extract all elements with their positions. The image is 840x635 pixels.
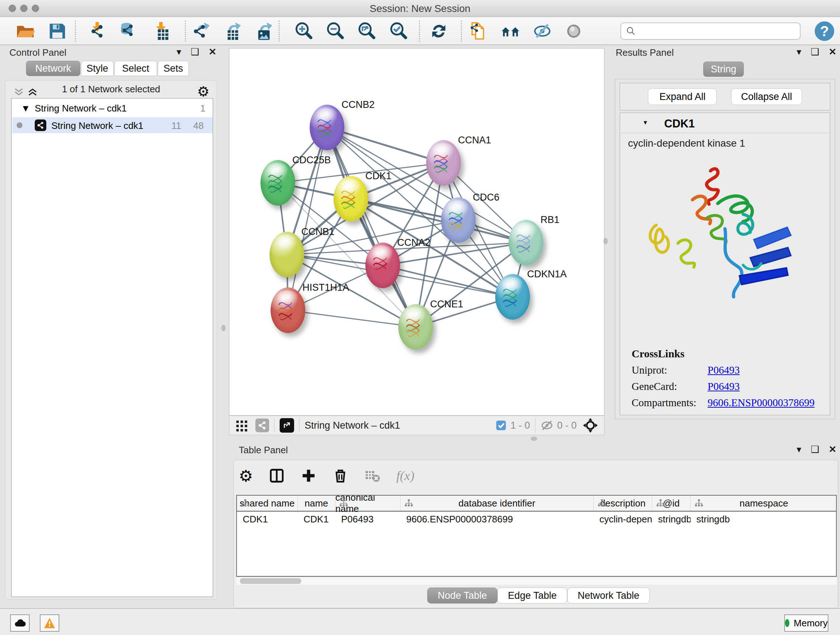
node-entry-header[interactable]: ▼ CDK1 <box>621 116 829 133</box>
node-cdc6[interactable] <box>441 197 476 243</box>
search-input[interactable] <box>636 24 800 38</box>
right-splitter-handle[interactable] <box>603 238 608 244</box>
refresh-view-button[interactable] <box>427 19 450 43</box>
panel-float-icon[interactable]: ❑ <box>191 46 199 57</box>
node-hist1h1a[interactable] <box>271 287 305 333</box>
warnings-button[interactable] <box>40 614 59 632</box>
node-ccnb1[interactable] <box>270 232 304 277</box>
panel-collapse-icon[interactable]: ▾ <box>797 46 801 57</box>
tab-style[interactable]: Style <box>81 61 114 76</box>
import-network-button[interactable] <box>86 19 109 43</box>
create-column-plus-icon[interactable] <box>301 468 317 484</box>
export-table-button[interactable] <box>219 19 243 43</box>
bottom-splitter-handle[interactable] <box>531 437 537 441</box>
table-cell[interactable]: 9606.ENSP00000378699 <box>401 511 594 527</box>
table-cell[interactable]: CDK1 <box>237 511 298 527</box>
table-options-gear-icon[interactable]: ⚙ <box>239 467 253 485</box>
tab-select[interactable]: Select <box>114 61 157 76</box>
network-collection-row[interactable]: ▼ String Network – cdk1 1 <box>11 101 213 117</box>
panel-close-icon[interactable]: ✕ <box>829 46 836 57</box>
save-session-button[interactable] <box>46 19 69 43</box>
fit-selected-crosshair-icon[interactable] <box>583 417 598 433</box>
crosslink-link[interactable]: P06493 <box>707 364 740 376</box>
apply-layout-button[interactable] <box>499 19 522 43</box>
collection-expand-icon[interactable]: ▼ <box>21 103 30 114</box>
selected-checkbox-icon[interactable] <box>495 420 507 431</box>
column-header-canonical-name[interactable]: canonical name <box>335 496 401 511</box>
export-network-button[interactable] <box>188 19 212 43</box>
string-style-icon[interactable] <box>256 418 269 432</box>
node-ccna2[interactable] <box>365 242 400 288</box>
column-header--id[interactable]: @id <box>652 496 691 511</box>
tab-network-table[interactable]: Network Table <box>567 587 650 603</box>
hidden-eye-icon[interactable] <box>540 419 554 432</box>
crosslink-link[interactable]: P06493 <box>707 380 740 393</box>
column-header-name[interactable]: name <box>298 496 335 511</box>
help-button[interactable]: ? <box>815 21 834 41</box>
panel-float-icon[interactable]: ❑ <box>811 444 819 455</box>
column-header-database-identifier[interactable]: database identifier <box>401 496 594 511</box>
zoom-selected-button[interactable] <box>387 19 410 43</box>
import-table-button[interactable] <box>150 19 173 43</box>
show-columns-icon[interactable] <box>269 468 285 484</box>
open-session-button[interactable] <box>14 19 37 43</box>
panel-float-icon[interactable]: ❑ <box>811 46 819 57</box>
panel-collapse-icon[interactable]: ▾ <box>177 46 181 57</box>
table-horizontal-scrollbar[interactable] <box>236 577 837 585</box>
tab-edge-table[interactable]: Edge Table <box>497 587 567 603</box>
cloud-status-button[interactable] <box>10 614 30 632</box>
node-rb1[interactable] <box>508 220 543 265</box>
network-canvas[interactable]: CCNB2CCNA1CDC25BCDK1CDC6RB1CCNB1CCNA2CDK… <box>229 48 605 416</box>
string-results-panel: Expand All Collapse All ▼ CDK1 cyclin-de… <box>615 79 835 419</box>
tab-sets[interactable]: Sets <box>158 61 189 76</box>
node-ccna1[interactable] <box>426 140 461 186</box>
panel-collapse-icon[interactable]: ▾ <box>797 444 801 455</box>
entry-collapse-icon[interactable]: ▼ <box>643 119 648 126</box>
crosslink-label: GeneCard: <box>632 380 707 393</box>
tab-network[interactable]: Network <box>26 61 80 76</box>
left-splitter-handle[interactable] <box>221 325 226 331</box>
zoom-in-button[interactable] <box>292 19 316 43</box>
delete-table-icon[interactable] <box>364 468 380 484</box>
table-cell[interactable]: CDK1 <box>298 511 335 527</box>
shared-column-icon <box>656 499 665 508</box>
panel-close-icon[interactable]: ✕ <box>829 444 836 455</box>
column-header-shared-name[interactable]: shared name <box>237 496 298 511</box>
node-cdkn1a[interactable] <box>495 274 530 320</box>
open-in-browser-icon[interactable] <box>279 418 294 432</box>
scrollbar-thumb[interactable] <box>240 578 302 584</box>
panel-close-icon[interactable]: ✕ <box>208 46 216 57</box>
node-cdk1[interactable] <box>333 176 368 222</box>
network-row-selected[interactable]: String Network – cdk1 11 48 <box>12 117 213 133</box>
table-cell[interactable]: stringdb <box>691 511 837 527</box>
show-all-button[interactable] <box>562 19 585 43</box>
column-header-namespace[interactable]: namespace <box>691 496 837 511</box>
crosslink-link[interactable]: 9606.ENSP00000378699 <box>707 397 815 409</box>
export-image-button[interactable] <box>251 19 274 43</box>
hide-selected-button[interactable] <box>531 19 554 43</box>
zoom-fit-button[interactable] <box>355 19 378 43</box>
tab-string[interactable]: String <box>703 62 744 77</box>
column-header-description[interactable]: description <box>594 496 652 511</box>
table-cell[interactable]: cyclin-dependent ... <box>594 511 652 527</box>
memory-button[interactable]: Memory <box>784 614 829 632</box>
import-database-button[interactable] <box>118 19 141 43</box>
collapse-all-button[interactable]: Collapse All <box>731 88 802 105</box>
birdseye-grid-icon[interactable] <box>235 418 249 432</box>
clone-network-button[interactable] <box>467 19 490 43</box>
table-cell[interactable]: stringdb:9... <box>652 511 691 527</box>
function-builder-icon[interactable]: f(x) <box>396 468 414 483</box>
window-title: Session: New Session <box>0 3 840 14</box>
search-box[interactable] <box>621 22 801 40</box>
expand-all-button[interactable]: Expand All <box>648 88 717 105</box>
crosslink-link[interactable]: 9606.ENSP00000378699 <box>707 413 815 415</box>
delete-column-trash-icon[interactable] <box>332 468 348 484</box>
zoom-out-button[interactable] <box>324 19 347 43</box>
node-ccne1[interactable] <box>398 304 433 350</box>
network-options-gear-icon[interactable]: ⚙ <box>197 84 210 100</box>
tab-node-table[interactable]: Node Table <box>427 587 497 603</box>
node-ccnb2[interactable] <box>309 105 344 150</box>
node-cdc25b[interactable] <box>261 160 295 206</box>
memory-label: Memory <box>794 618 828 629</box>
table-row[interactable]: CDK1CDK1P064939606.ENSP00000378699cyclin… <box>237 511 836 527</box>
